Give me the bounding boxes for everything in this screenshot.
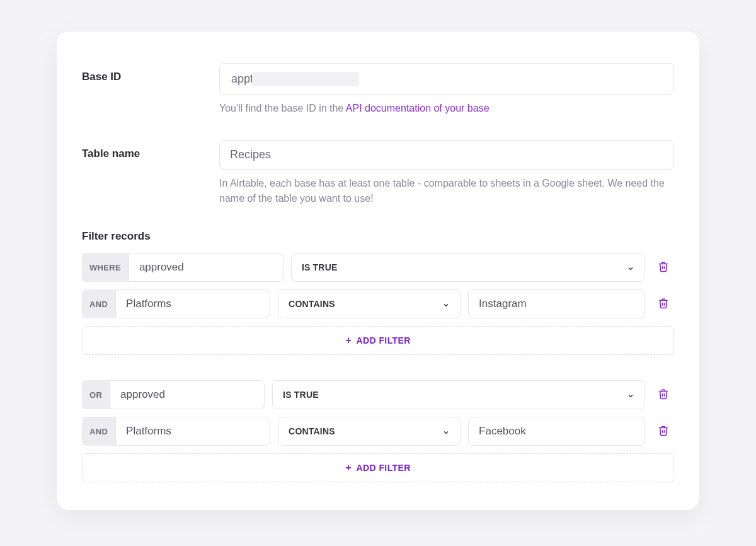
table-name-help: In Airtable, each base has at least one … <box>219 176 674 206</box>
filter-condition-text: CONTAINS <box>289 426 335 436</box>
filter-row: OR IS TRUE <box>82 380 674 409</box>
filter-field-input[interactable] <box>129 253 284 282</box>
trash-icon <box>658 298 669 311</box>
add-filter-label: ADD FILTER <box>357 335 411 346</box>
trash-icon <box>658 425 669 438</box>
filter-condition-text: IS TRUE <box>302 262 338 272</box>
trash-icon <box>658 388 669 402</box>
plus-icon: + <box>345 335 351 346</box>
filter-records-title: Filter records <box>82 230 674 243</box>
delete-filter-button[interactable] <box>653 253 674 282</box>
api-doc-link[interactable]: API documentation of your base <box>346 103 490 113</box>
delete-filter-button[interactable] <box>653 289 674 318</box>
delete-filter-button[interactable] <box>653 417 674 446</box>
filter-condition-select[interactable]: CONTAINS <box>278 289 461 318</box>
trash-icon <box>658 261 669 274</box>
add-filter-button[interactable]: + ADD FILTER <box>82 453 674 482</box>
filter-value-input[interactable] <box>468 417 645 446</box>
chevron-down-icon <box>442 427 450 435</box>
filter-op-badge: WHERE <box>82 253 129 282</box>
table-name-row: Table name In Airtable, each base has at… <box>82 140 674 206</box>
filter-row: AND CONTAINS <box>82 417 674 446</box>
chevron-down-icon <box>442 300 450 308</box>
base-id-help-text: You'll find the base ID in the <box>219 103 346 113</box>
filter-condition-text: CONTAINS <box>289 299 335 309</box>
base-id-value-prefix: appf <box>230 73 253 86</box>
filter-group: OR IS TRUE AND CONTAINS <box>82 380 674 482</box>
add-filter-button[interactable]: + ADD FILTER <box>82 326 674 355</box>
plus-icon: + <box>345 462 351 473</box>
base-id-masked <box>252 72 359 86</box>
filter-op-badge: AND <box>82 417 115 446</box>
filter-row: AND CONTAINS <box>82 289 674 318</box>
table-name-label: Table name <box>82 140 219 160</box>
filter-field-input[interactable] <box>115 417 270 446</box>
base-id-row: Base ID appf You'll find the base ID in … <box>82 63 674 116</box>
table-name-input[interactable] <box>219 140 674 170</box>
filter-op-badge: OR <box>82 380 110 409</box>
base-id-help: You'll find the base ID in the API docum… <box>219 101 674 116</box>
filter-condition-text: IS TRUE <box>283 390 319 400</box>
delete-filter-button[interactable] <box>653 380 674 409</box>
filter-group: WHERE IS TRUE AND CONTAINS <box>82 253 674 355</box>
add-filter-label: ADD FILTER <box>357 463 411 473</box>
filter-condition-select[interactable]: IS TRUE <box>291 253 645 282</box>
base-id-input[interactable]: appf <box>219 63 674 95</box>
filter-condition-select[interactable]: CONTAINS <box>278 417 461 446</box>
chevron-down-icon <box>627 391 634 398</box>
filter-op-badge: AND <box>82 289 115 318</box>
chevron-down-icon <box>627 264 634 271</box>
config-card: Base ID appf You'll find the base ID in … <box>57 32 699 510</box>
filter-row: WHERE IS TRUE <box>82 253 674 282</box>
filter-field-input[interactable] <box>115 289 270 318</box>
filter-value-input[interactable] <box>468 289 645 318</box>
filter-condition-select[interactable]: IS TRUE <box>272 380 645 409</box>
base-id-label: Base ID <box>82 63 219 83</box>
filter-field-input[interactable] <box>110 380 265 409</box>
